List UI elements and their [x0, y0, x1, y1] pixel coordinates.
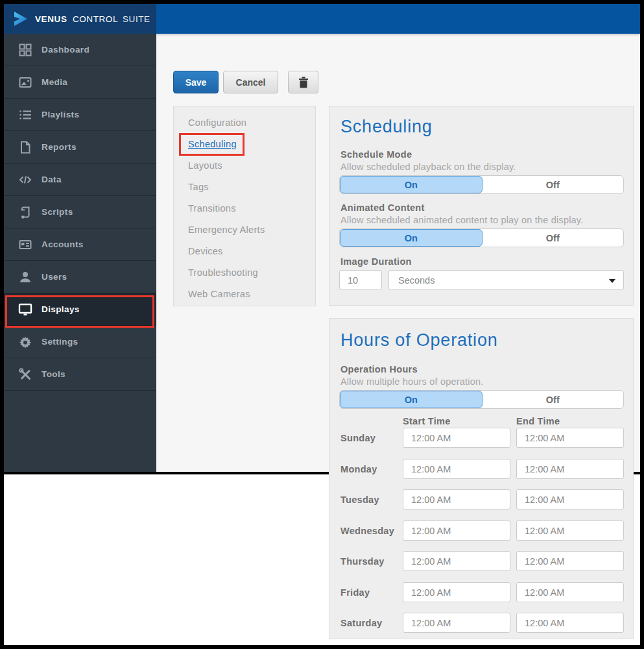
image-duration-unit-select[interactable]: Seconds — [388, 270, 624, 290]
animated-content-off-button[interactable]: Off — [483, 229, 624, 247]
brand-word-control: CONTROL — [73, 14, 118, 24]
venus-logo-icon — [12, 10, 29, 27]
sidebar-label: Tools — [42, 369, 66, 379]
saturday-end-time-input[interactable] — [516, 613, 624, 633]
sidebar-label: Scripts — [42, 207, 73, 217]
subnav-item-tags[interactable]: Tags — [174, 177, 315, 198]
schedule-mode-toggle: On Off — [339, 175, 624, 194]
subnav-item-emergency-alerts[interactable]: Emergency Alerts — [174, 219, 315, 241]
subnav-item-devices[interactable]: Devices — [174, 241, 315, 262]
day-label-saturday: Saturday — [340, 618, 382, 628]
sidebar-label: Data — [42, 175, 62, 184]
scripts-icon — [18, 205, 32, 219]
displays-icon — [18, 302, 32, 317]
sidebar-item-accounts[interactable]: Accounts — [4, 228, 156, 261]
reports-icon — [18, 140, 32, 154]
operation-hours-desc: Allow multiple hours of operation. — [340, 376, 483, 387]
brand-word-suite: SUITE — [123, 14, 150, 24]
day-label-sunday: Sunday — [340, 433, 376, 443]
animated-content-on-button[interactable]: On — [340, 229, 483, 247]
sidebar-item-displays[interactable]: Displays — [4, 293, 156, 326]
day-label-thursday: Thursday — [340, 556, 385, 567]
display-settings-subnav: Configuration Scheduling Layouts Tags Tr… — [173, 106, 316, 306]
saturday-start-time-input[interactable] — [403, 613, 510, 633]
sidebar-item-playlists[interactable]: Playlists — [4, 99, 156, 131]
thursday-end-time-input[interactable] — [516, 551, 624, 571]
subnav-item-layouts[interactable]: Layouts — [174, 155, 315, 177]
sidebar-label: Dashboard — [42, 45, 89, 55]
sidebar-item-settings[interactable]: Settings — [4, 326, 156, 358]
subnav-item-transitions[interactable]: Transitions — [174, 198, 315, 219]
tuesday-start-time-input[interactable] — [403, 489, 510, 509]
wednesday-end-time-input[interactable] — [516, 520, 624, 541]
sidebar-item-data[interactable]: Data — [4, 164, 156, 196]
toolbar: Save Cancel — [173, 71, 318, 93]
start-time-column-header: Start Time — [403, 416, 451, 426]
sidebar-label: Accounts — [42, 239, 84, 249]
media-icon — [18, 75, 32, 90]
users-icon — [18, 270, 32, 284]
image-duration-label: Image Duration — [340, 256, 412, 267]
animated-content-desc: Allow scheduled animated content to play… — [340, 215, 583, 225]
sidebar-item-dashboard[interactable]: Dashboard — [4, 34, 156, 66]
tools-icon — [18, 367, 32, 382]
delete-button[interactable] — [288, 71, 318, 93]
operation-hours-off-button[interactable]: Off — [483, 391, 624, 408]
playlists-icon — [18, 108, 32, 122]
top-bar — [156, 4, 640, 34]
thursday-start-time-input[interactable] — [403, 551, 510, 571]
subnav-item-scheduling[interactable]: Scheduling — [174, 134, 315, 155]
trash-icon — [298, 77, 309, 88]
sunday-start-time-input[interactable] — [403, 428, 510, 448]
save-button[interactable]: Save — [173, 71, 219, 93]
sidebar: VENUS CONTROL SUITE Dashboard — [4, 4, 156, 472]
subnav-item-configuration[interactable]: Configuration — [174, 112, 315, 134]
sidebar-label: Playlists — [42, 110, 79, 119]
sidebar-nav: Dashboard Media — [4, 34, 156, 391]
operation-hours-label: Operation Hours — [340, 364, 418, 374]
dashboard-icon — [18, 43, 32, 57]
schedule-mode-on-button[interactable]: On — [340, 176, 483, 193]
sidebar-label: Reports — [42, 142, 77, 152]
chevron-down-icon — [609, 279, 615, 283]
subnav-item-web-cameras[interactable]: Web Cameras — [174, 284, 315, 305]
day-label-monday: Monday — [340, 464, 377, 474]
settings-icon — [18, 335, 32, 349]
brand-title: VENUS CONTROL SUITE — [35, 14, 150, 24]
sidebar-item-reports[interactable]: Reports — [4, 131, 156, 164]
sidebar-label: Media — [42, 77, 67, 87]
operation-hours-toggle: On Off — [339, 390, 624, 409]
monday-start-time-input[interactable] — [403, 459, 510, 479]
sidebar-item-media[interactable]: Media — [4, 66, 156, 99]
scheduling-link[interactable]: Scheduling — [188, 139, 237, 149]
friday-end-time-input[interactable] — [516, 582, 624, 602]
sidebar-item-scripts[interactable]: Scripts — [4, 196, 156, 228]
animated-content-label: Animated Content — [340, 202, 425, 213]
screenshot-frame: VENUS CONTROL SUITE Dashboard — [0, 0, 644, 649]
friday-start-time-input[interactable] — [403, 582, 510, 602]
brand-word-venus: VENUS — [35, 14, 67, 24]
scheduling-panel-title: Scheduling — [340, 117, 433, 137]
sidebar-item-tools[interactable]: Tools — [4, 358, 156, 391]
sidebar-item-users[interactable]: Users — [4, 261, 156, 293]
schedule-mode-desc: Allow scheduled playback on the display. — [340, 162, 516, 172]
image-duration-input[interactable] — [339, 270, 382, 290]
accounts-icon — [18, 238, 32, 252]
tuesday-end-time-input[interactable] — [516, 489, 624, 509]
end-time-column-header: End Time — [516, 416, 560, 426]
subnav-item-troubleshooting[interactable]: Troubleshooting — [174, 262, 315, 284]
hours-panel-title: Hours of Operation — [340, 330, 498, 350]
scheduling-panel: Scheduling Schedule Mode Allow scheduled… — [329, 106, 634, 306]
day-label-tuesday: Tuesday — [340, 495, 379, 505]
wednesday-start-time-input[interactable] — [403, 520, 510, 541]
day-label-wednesday: Wednesday — [340, 526, 394, 536]
sunday-end-time-input[interactable] — [516, 428, 624, 448]
image-duration-unit-value: Seconds — [398, 275, 435, 286]
schedule-mode-off-button[interactable]: Off — [483, 176, 624, 193]
sidebar-label: Displays — [42, 304, 80, 314]
day-label-friday: Friday — [340, 587, 370, 598]
cancel-button[interactable]: Cancel — [223, 71, 278, 93]
sidebar-label: Users — [42, 272, 67, 282]
monday-end-time-input[interactable] — [516, 459, 624, 479]
operation-hours-on-button[interactable]: On — [340, 391, 483, 408]
